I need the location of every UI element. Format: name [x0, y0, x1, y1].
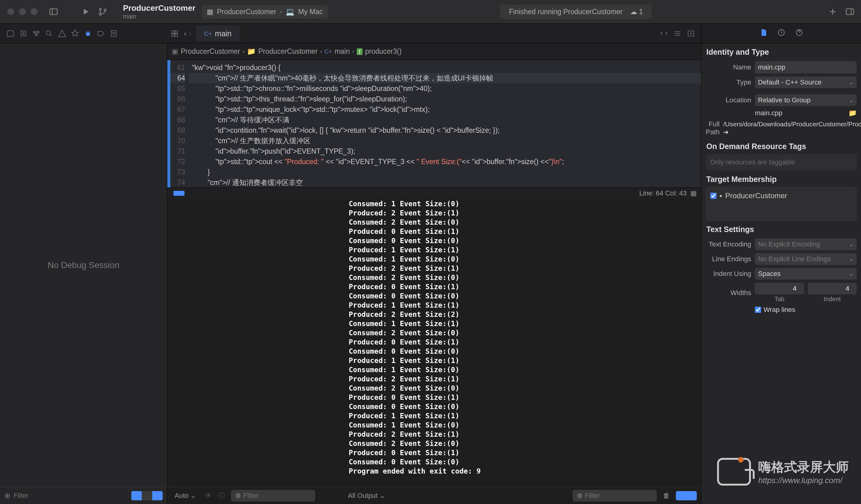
- add-editor-icon[interactable]: [687, 29, 695, 38]
- scheme-selector[interactable]: ▦ ProducerCustomer › 💻 My Mac: [202, 5, 328, 18]
- line-gutter[interactable]: 616465666768697071727374: [170, 60, 189, 187]
- filter-icon: ⊜: [577, 492, 583, 500]
- file-type-select[interactable]: Default - C++ Source⌄: [755, 76, 857, 88]
- fullpath-value: /Users/dora/Downloads/ProducerCustomer/P…: [723, 120, 861, 136]
- symbol-nav-icon[interactable]: [32, 29, 41, 38]
- debug-console: Consumed: 1 Event Size:(0) Produced: 2 E…: [167, 198, 701, 504]
- console-filter[interactable]: ⊜: [573, 490, 657, 502]
- wrap-lines-checkbox[interactable]: [755, 307, 761, 313]
- variables-filter-input[interactable]: [243, 492, 311, 500]
- code-editor[interactable]: 616465666768697071727374 "kw">void "fn">…: [167, 60, 701, 187]
- reveal-icon[interactable]: ➔: [723, 128, 729, 136]
- project-title[interactable]: ProducerCustomer main: [123, 3, 195, 20]
- trash-icon[interactable]: 🗑: [663, 492, 670, 500]
- target-membership-item[interactable]: ▪ ProducerCustomer: [710, 192, 852, 200]
- console-footer: Auto ⌄ 👁 ⓘ ⊜ All Output ⌄ ⊜ 🗑: [167, 487, 701, 504]
- odr-header: On Demand Resource Tags: [706, 138, 857, 154]
- variables-filter[interactable]: ⊜: [231, 490, 315, 502]
- indent-using-select[interactable]: Spaces⌄: [755, 268, 857, 280]
- file-inspector-tab-icon[interactable]: [760, 29, 767, 38]
- svg-rect-13: [37, 31, 39, 33]
- file-name-input[interactable]: [755, 61, 857, 73]
- indent-using-label: Indent Using: [706, 270, 755, 278]
- tab-width-input[interactable]: [755, 283, 804, 294]
- source-control-nav-icon[interactable]: [19, 29, 28, 38]
- xcode-proj-icon: ▣: [172, 47, 178, 56]
- navigator-filter-input[interactable]: [14, 492, 128, 500]
- encoding-label: Text Encoding: [706, 240, 755, 248]
- tab-width-label: Tab: [755, 294, 804, 303]
- editor-tab[interactable]: C+ main: [196, 26, 240, 41]
- line-endings-select[interactable]: No Explicit Line Endings⌄: [755, 253, 857, 265]
- indent-width-label: Indent: [808, 294, 857, 303]
- library-icon[interactable]: [845, 7, 855, 17]
- run-icon[interactable]: [81, 7, 91, 17]
- sidebar-toggle-icon[interactable]: [49, 7, 58, 17]
- svg-point-3: [99, 13, 101, 15]
- fullpath-label: Full Path: [706, 120, 723, 136]
- status-text: Finished running ProducerCustomer: [509, 8, 623, 16]
- cpp-file-icon: C+: [204, 30, 212, 37]
- history-inspector-tab-icon[interactable]: [777, 29, 785, 38]
- choose-path-icon[interactable]: 📁: [848, 109, 857, 117]
- info-icon[interactable]: ⓘ: [218, 491, 225, 500]
- function-icon: ƒ: [357, 48, 363, 55]
- location-label: Location: [706, 96, 755, 104]
- wrap-lines-label: Wrap lines: [764, 306, 795, 314]
- jumpbar-folder[interactable]: ProducerCustomer: [258, 47, 318, 56]
- nav-back-icon[interactable]: ‹: [184, 29, 186, 38]
- zoom-window[interactable]: [31, 8, 38, 15]
- report-nav-icon[interactable]: [109, 29, 118, 38]
- breakpoint-nav-icon[interactable]: [97, 29, 105, 38]
- jumpbar-project[interactable]: ProducerCustomer: [181, 47, 240, 56]
- jumpbar-symbol[interactable]: producer3(): [365, 47, 401, 56]
- filter-scope-segment[interactable]: [131, 491, 163, 500]
- type-label: Type: [706, 79, 755, 86]
- jumpbar-file[interactable]: main: [334, 47, 350, 56]
- add-icon[interactable]: [828, 7, 838, 17]
- console-filter-input[interactable]: [585, 492, 653, 500]
- encoding-select[interactable]: No Explicit Encoding⌄: [755, 238, 857, 250]
- issue-nav-icon[interactable]: [58, 29, 66, 38]
- test-nav-icon[interactable]: [71, 29, 79, 38]
- target-checkbox[interactable]: [710, 193, 716, 199]
- close-window[interactable]: [8, 8, 14, 15]
- output-scope[interactable]: All Output ⌄: [345, 490, 388, 502]
- mac-icon: 💻: [286, 8, 295, 16]
- indent-width-input[interactable]: [808, 283, 857, 294]
- navigator-panel: No Debug Session ⊕: [0, 43, 167, 504]
- wrap-lines-option[interactable]: Wrap lines: [755, 306, 857, 314]
- adjust-editor-icon[interactable]: [673, 29, 682, 38]
- code-area[interactable]: "kw">void "fn">producer3() { "cm">// 生产者…: [189, 60, 701, 187]
- console-panes-segment[interactable]: [676, 491, 697, 500]
- nav-fwd-icon[interactable]: ›: [189, 29, 191, 38]
- traffic-lights: [0, 8, 45, 15]
- relative-file-name: main.cpp: [755, 109, 782, 117]
- navigator-toolbar: ‹ › C+ main: [0, 24, 861, 43]
- project-nav-icon[interactable]: [6, 29, 15, 38]
- minimize-window[interactable]: [19, 8, 26, 15]
- debug-nav-icon[interactable]: [84, 29, 92, 38]
- svg-rect-19: [111, 30, 116, 36]
- svg-point-2: [99, 8, 101, 11]
- find-nav-icon[interactable]: [45, 29, 54, 38]
- review-icon[interactable]: [659, 29, 668, 38]
- branch-icon[interactable]: [98, 7, 108, 17]
- variables-view-mode[interactable]: Auto ⌄: [172, 490, 199, 502]
- jump-bar[interactable]: ▣ ProducerCustomer› 📁 ProducerCustomer› …: [167, 43, 701, 60]
- target-name: ProducerCustomer: [725, 192, 787, 200]
- svg-point-4: [104, 9, 106, 11]
- svg-rect-24: [172, 34, 174, 36]
- svg-rect-0: [50, 9, 57, 15]
- minimap-indicator[interactable]: [174, 191, 184, 196]
- console-output[interactable]: Consumed: 1 Event Size:(0) Produced: 2 E…: [167, 198, 701, 487]
- editor-layout-icon[interactable]: ▦: [690, 189, 697, 197]
- folder-icon: 📁: [247, 47, 256, 56]
- line-endings-label: Line Endings: [706, 255, 755, 263]
- help-inspector-tab-icon[interactable]: [795, 29, 803, 38]
- activity-status[interactable]: Finished running ProducerCustomer ☁ 1: [500, 5, 652, 19]
- quicklook-icon[interactable]: 👁: [205, 492, 212, 500]
- navigator-filter-bar: ⊕: [0, 487, 167, 504]
- location-select[interactable]: Relative to Group⌄: [755, 94, 857, 106]
- related-items-icon[interactable]: [170, 29, 179, 38]
